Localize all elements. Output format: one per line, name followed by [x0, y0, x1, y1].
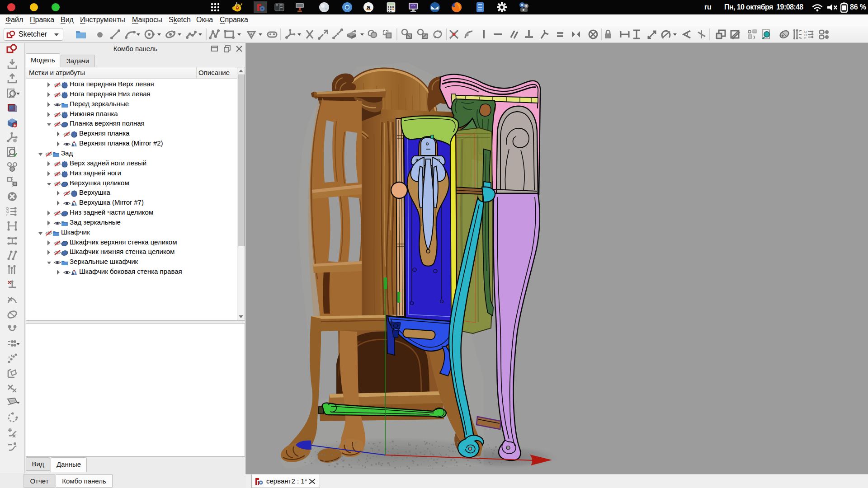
svg-text:F: F	[804, 36, 807, 40]
svg-text:F: F	[6, 213, 9, 217]
